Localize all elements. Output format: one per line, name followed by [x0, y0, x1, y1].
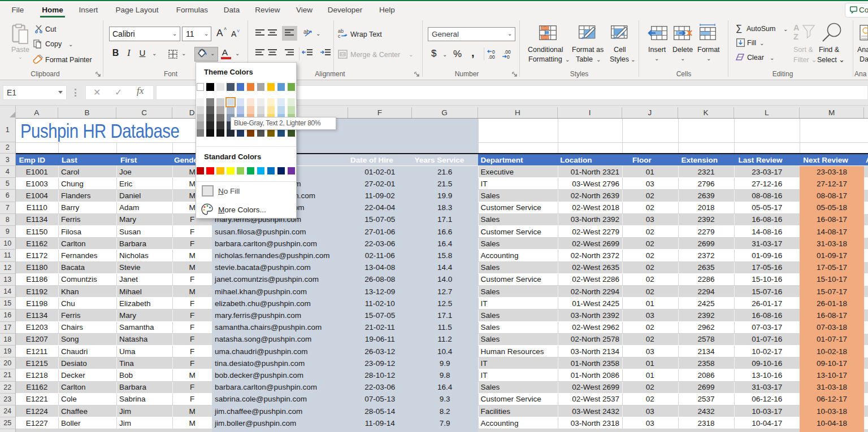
svg-text:c: c [338, 33, 341, 39]
svg-text:.00: .00 [488, 54, 495, 60]
svg-text:0: 0 [507, 54, 510, 60]
svg-text:ab: ab [303, 29, 310, 35]
